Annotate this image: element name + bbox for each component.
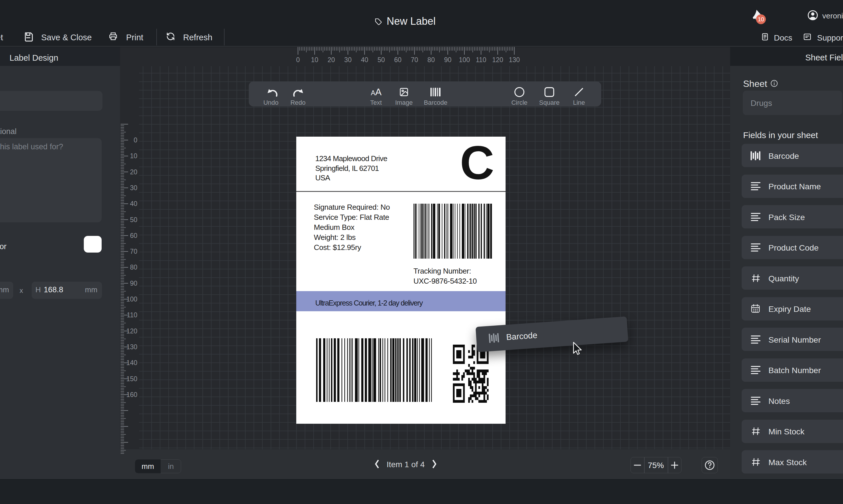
svg-text:50: 50 (377, 56, 385, 64)
svg-text:140: 140 (126, 359, 137, 366)
svg-text:100: 100 (459, 56, 470, 64)
svg-text:110: 110 (476, 56, 486, 64)
svg-text:20: 20 (130, 168, 137, 176)
svg-text:0: 0 (134, 136, 137, 144)
svg-text:70: 70 (130, 248, 137, 255)
svg-text:0: 0 (296, 56, 300, 64)
svg-text:30: 30 (344, 56, 352, 64)
svg-text:40: 40 (361, 56, 368, 64)
svg-text:80: 80 (428, 56, 435, 64)
svg-text:20: 20 (328, 56, 335, 64)
svg-text:80: 80 (130, 264, 137, 271)
svg-text:160: 160 (126, 391, 137, 398)
svg-text:50: 50 (130, 216, 137, 223)
svg-text:10: 10 (130, 152, 137, 160)
svg-text:90: 90 (444, 56, 451, 64)
svg-text:60: 60 (130, 232, 137, 239)
svg-text:110: 110 (127, 311, 137, 319)
svg-text:70: 70 (411, 56, 418, 64)
svg-text:130: 130 (126, 343, 137, 351)
svg-text:120: 120 (126, 327, 137, 335)
svg-text:150: 150 (126, 375, 137, 383)
svg-text:10: 10 (311, 56, 319, 64)
svg-text:130: 130 (509, 56, 520, 64)
svg-text:30: 30 (130, 184, 137, 192)
svg-text:40: 40 (130, 200, 137, 208)
svg-text:100: 100 (126, 295, 137, 303)
svg-text:120: 120 (492, 56, 503, 64)
svg-text:90: 90 (130, 280, 137, 287)
svg-text:60: 60 (394, 56, 402, 64)
